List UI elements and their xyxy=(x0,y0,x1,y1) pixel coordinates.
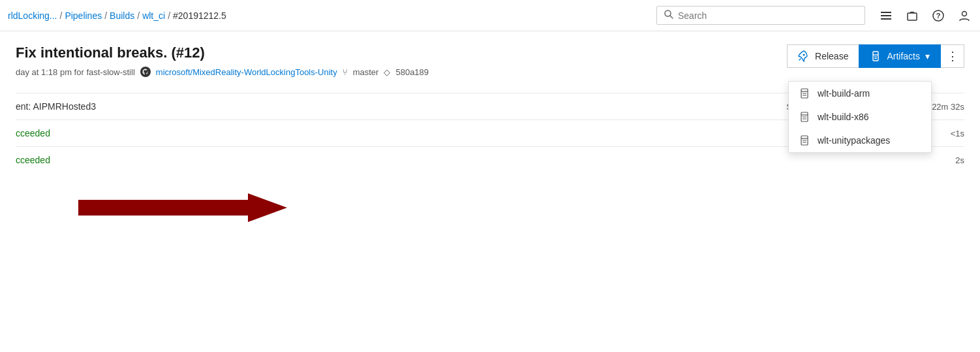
row2-status: cceeded xyxy=(16,155,50,165)
artifacts-dropdown: wlt-build-arm wlt-build-x86 xyxy=(788,81,932,153)
agent-left: ent: AIPMRHosted3 xyxy=(16,101,96,112)
more-button[interactable]: ⋮ xyxy=(941,44,964,68)
row2-left: cceeded xyxy=(16,155,50,165)
search-icon xyxy=(664,9,674,22)
commit-sep: ◇ xyxy=(384,67,390,77)
top-nav: rldLocking... / Pipelines / Builds / wlt… xyxy=(0,0,980,31)
commit-hash: 580a189 xyxy=(395,67,429,77)
artifact-item-unity[interactable]: wlt-unitypackages xyxy=(789,129,931,152)
svg-marker-27 xyxy=(78,193,287,222)
artifact-item-x86[interactable]: wlt-build-x86 xyxy=(789,105,931,129)
svg-rect-4 xyxy=(881,18,891,20)
branch-icon: ⑂ xyxy=(343,67,348,77)
row1-right: <1s xyxy=(951,129,964,138)
svg-point-10 xyxy=(803,54,805,56)
artifact-label-x86: wlt-build-x86 xyxy=(818,112,869,122)
row1-time: <1s xyxy=(951,129,964,138)
search-input[interactable] xyxy=(678,10,858,21)
user-icon[interactable] xyxy=(957,8,972,24)
artifact-icon-unity xyxy=(799,135,810,146)
duration-label: 22m 32s xyxy=(932,102,964,112)
svg-rect-2 xyxy=(881,12,891,13)
agent-label: ent: AIPMRHosted3 xyxy=(16,101,96,112)
row2-time: 2s xyxy=(955,155,964,165)
github-icon xyxy=(140,67,151,77)
action-bar: Release Artifacts ▾ ⋮ xyxy=(787,44,964,68)
arrow-indicator xyxy=(78,188,287,229)
artifact-label-arm: wlt-build-arm xyxy=(818,88,870,99)
release-button[interactable]: Release xyxy=(787,44,859,68)
row1-status: cceeded xyxy=(16,128,50,138)
svg-text:?: ? xyxy=(936,12,941,20)
row2-right: 2s xyxy=(955,155,964,165)
shopping-bag-icon[interactable] xyxy=(904,8,920,24)
repo-link[interactable]: microsoft/MixedReality-WorldLockingTools… xyxy=(156,67,337,77)
breadcrumb-sep-4: / xyxy=(168,10,170,21)
build-meta: day at 1:18 pm for fast-slow-still micro… xyxy=(16,67,964,77)
breadcrumb-builds[interactable]: Builds xyxy=(110,10,134,21)
breadcrumb-sep-2: / xyxy=(104,10,107,21)
arrow-svg xyxy=(78,188,287,227)
more-icon: ⋮ xyxy=(947,49,958,63)
search-box[interactable] xyxy=(656,6,865,25)
svg-rect-3 xyxy=(881,15,891,16)
artifacts-label: Artifacts xyxy=(887,51,920,61)
release-label: Release xyxy=(815,51,848,61)
breadcrumb-sep-1: / xyxy=(59,10,62,21)
artifacts-chevron: ▾ xyxy=(925,51,930,61)
artifacts-icon xyxy=(870,50,881,62)
meta-time: day at 1:18 pm for fast-slow-still xyxy=(16,67,135,77)
breadcrumb-ci[interactable]: wlt_ci xyxy=(142,10,165,21)
artifacts-button[interactable]: Artifacts ▾ xyxy=(859,44,941,68)
artifact-icon-arm xyxy=(799,88,810,99)
list-icon[interactable] xyxy=(878,8,894,24)
breadcrumb-build-num: #20191212.5 xyxy=(173,10,226,21)
artifact-label-unity: wlt-unitypackages xyxy=(818,135,890,146)
help-icon[interactable]: ? xyxy=(930,8,946,24)
breadcrumb-pipelines[interactable]: Pipelines xyxy=(65,10,102,21)
branch-name: master xyxy=(353,67,379,77)
breadcrumb-org[interactable]: rldLocking... xyxy=(8,10,57,21)
svg-rect-11 xyxy=(873,52,878,61)
svg-point-9 xyxy=(141,67,150,76)
main-content: Fix intentional breaks. (#12) day at 1:1… xyxy=(0,31,980,173)
svg-point-8 xyxy=(962,11,967,16)
nav-icons: ? xyxy=(878,8,972,24)
svg-rect-5 xyxy=(908,13,917,20)
row1-left: cceeded xyxy=(16,128,50,138)
artifact-icon-x86 xyxy=(799,112,810,122)
svg-line-1 xyxy=(670,16,673,18)
breadcrumb-sep-3: / xyxy=(137,10,140,21)
artifact-item-arm[interactable]: wlt-build-arm xyxy=(789,82,931,105)
breadcrumb: rldLocking... / Pipelines / Builds / wlt… xyxy=(8,10,654,21)
rocket-icon xyxy=(798,50,810,62)
